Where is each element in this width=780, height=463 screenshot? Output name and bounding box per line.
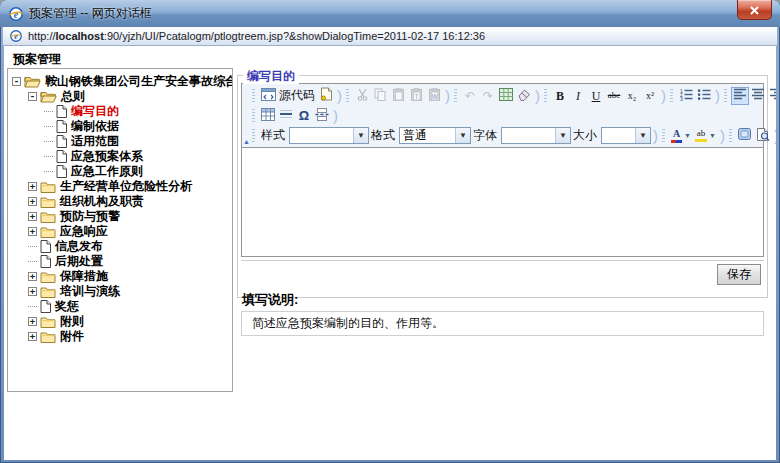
tree-item[interactable]: 适用范围 [8,134,232,149]
highlight-color-button[interactable]: ab ▼ [693,127,718,145]
bullet-list-button[interactable] [695,87,713,105]
subscript-button[interactable]: x₂ [623,87,641,105]
paste-button[interactable] [389,87,407,105]
copy-button[interactable] [371,87,389,105]
insert-table-button[interactable] [259,107,277,125]
font-color-button[interactable]: A ▼ [669,127,693,145]
numbered-list-icon: 123 [679,88,693,104]
ie-page-icon: e [9,29,23,43]
highlight-color-icon: ab [695,129,707,142]
tree-item[interactable]: +附件 [8,329,232,344]
format-combo[interactable]: 普通 ▼ [399,127,471,144]
tree-item[interactable]: 编制依据 [8,119,232,134]
url-host: localhost [56,30,104,42]
expand-expander-icon[interactable]: + [28,272,37,281]
editor-toolbar: 源代码 ) [242,84,763,148]
title-bar: e 预案管理 -- 网页对话框 [0,0,780,27]
redo-button[interactable]: ↷ [479,87,497,105]
align-center-icon [751,88,765,103]
tree-item[interactable]: 信息发布 [8,239,232,254]
remove-format-icon [517,88,531,104]
remove-format-button[interactable] [515,87,533,105]
expand-expander-icon[interactable]: + [28,287,37,296]
tree-item[interactable]: -鞍山钢铁集团公司生产安全事故综合应急预案 [8,74,232,89]
tree-item[interactable]: 应急预案体系 [8,149,232,164]
tree-item[interactable]: +附则 [8,314,232,329]
tree-item[interactable]: 应急工作原则 [8,164,232,179]
grip-icon [544,89,547,103]
expand-expander-icon[interactable]: + [28,212,37,221]
address-bar[interactable]: e http://localhost:90/yjzh/UI/Pcatalogm/… [3,27,777,46]
superscript-button[interactable]: x² [641,87,659,105]
tree-item[interactable]: +保障措施 [8,269,232,284]
folder-icon [40,226,56,238]
select-all-button[interactable] [497,87,515,105]
expand-expander-icon[interactable]: + [28,332,37,341]
preview-button[interactable] [754,127,772,145]
style-combo[interactable]: ▼ [289,127,369,144]
bold-button[interactable]: B [551,87,569,105]
tree-connector [44,111,53,113]
expand-expander-icon[interactable]: + [28,227,37,236]
underline-button[interactable]: U [587,87,605,105]
tree-item[interactable]: +培训与演练 [8,284,232,299]
show-blocks-button[interactable] [736,127,754,145]
page-break-button[interactable] [313,107,331,125]
close-icon [750,1,759,19]
numbered-list-button[interactable]: 123 [677,87,695,105]
font-color-icon: A [671,129,682,143]
new-page-button[interactable] [317,87,335,105]
font-combo[interactable]: ▼ [501,127,571,144]
window-title: 预案管理 -- 网页对话框 [29,5,152,22]
paste-text-button[interactable]: T [407,87,425,105]
cut-button[interactable] [353,87,371,105]
editor-text-area[interactable] [242,148,763,256]
chevron-down-icon[interactable]: ▼ [635,128,650,143]
svg-text:W: W [431,92,438,99]
page-title: 预案管理 [13,51,61,68]
tree-item[interactable]: -总则 [8,89,232,104]
underline-icon: U [592,90,601,102]
paste-word-button[interactable]: W [425,87,443,105]
paste-icon [392,88,405,104]
align-right-button[interactable] [767,87,776,105]
show-blocks-icon [738,128,751,143]
dialog-content: 预案管理 -鞍山钢铁集团公司生产安全事故综合应急预案-总则编写目的编制依据适用范… [4,46,776,460]
close-button[interactable] [737,0,772,20]
align-left-button[interactable] [731,87,749,105]
align-right-icon [769,88,776,103]
collapse-expander-icon[interactable]: - [28,92,37,101]
tree-item[interactable]: 编写目的 [8,104,232,119]
tree-item[interactable]: 奖惩 [8,299,232,314]
tree-connector [28,246,37,248]
tree-connector [28,306,37,308]
expand-expander-icon[interactable]: + [28,182,37,191]
chevron-down-icon[interactable]: ▼ [353,128,368,143]
expand-expander-icon[interactable]: + [28,317,37,326]
tree-item[interactable]: +预防与预警 [8,209,232,224]
tree-item[interactable]: +组织机构及职责 [8,194,232,209]
preview-icon [756,128,770,144]
expand-expander-icon[interactable]: + [28,197,37,206]
chevron-down-icon[interactable]: ▼ [455,128,470,143]
horizontal-rule-button[interactable] [277,107,295,125]
tree-item[interactable]: +生产经营单位危险性分析 [8,179,232,194]
document-icon [40,255,51,268]
size-combo[interactable]: ▼ [601,127,651,144]
special-char-button[interactable]: Ω [295,107,313,125]
group-end: ) [720,129,725,143]
save-button[interactable]: 保存 [717,264,761,285]
strikethrough-button[interactable]: abe [605,87,623,105]
collapse-toolbar-button[interactable]: ▲ [243,138,250,145]
save-row: 保存 [241,260,764,288]
tree-item[interactable]: 后期处置 [8,254,232,269]
chevron-down-icon[interactable]: ▼ [555,128,570,143]
tree-item[interactable]: +应急响应 [8,224,232,239]
italic-button[interactable]: I [569,87,587,105]
grip-icon [346,89,349,103]
source-code-button[interactable]: 源代码 [259,87,317,105]
undo-button[interactable]: ↶ [461,87,479,105]
group-end: ) [535,89,540,103]
align-center-button[interactable] [749,87,767,105]
collapse-expander-icon[interactable]: - [12,77,21,86]
